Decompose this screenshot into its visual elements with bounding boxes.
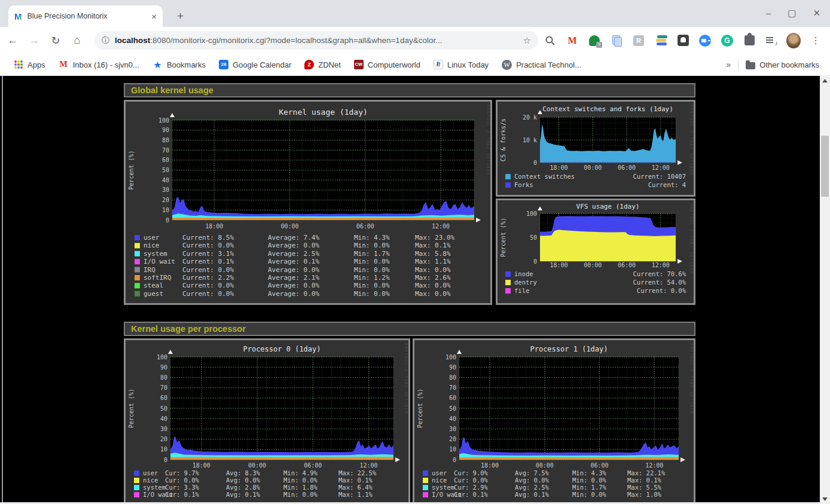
svg-text:50: 50 — [530, 234, 537, 241]
svg-text:Max: 2.6%: Max: 2.6% — [415, 274, 451, 282]
apps-label: Apps — [28, 60, 45, 69]
svg-text:00:00: 00:00 — [536, 462, 554, 469]
svg-text:system: system — [432, 484, 454, 491]
svg-text:system: system — [143, 484, 166, 491]
browser-tab[interactable]: M Blue Precision Monitorix × — [8, 5, 163, 27]
kernel-usage-graph[interactable]: 010203040506070809010018:0000:0006:0012:… — [126, 102, 490, 303]
svg-text:Min: 1.8%: Min: 1.8% — [283, 484, 318, 491]
other-bookmarks-button[interactable]: Other bookmarks — [746, 60, 819, 69]
tab-close-icon[interactable]: × — [151, 11, 157, 22]
bookmark-item[interactable]: 28Google Calendar — [219, 60, 291, 69]
scrollbar-thumb[interactable] — [821, 136, 829, 197]
grammarly-extension-icon[interactable]: G — [720, 33, 734, 48]
zdnet-favicon-icon: Z — [304, 60, 314, 69]
url-text: localhost:8080/monitorix-cgi/monitorix.c… — [115, 36, 442, 45]
r-extension-icon[interactable]: R — [631, 33, 646, 48]
bookmark-item[interactable]: CWComputerworld — [354, 60, 420, 69]
bookmark-label: Computerworld — [368, 60, 420, 69]
copy-pages-extension-icon[interactable] — [609, 33, 624, 48]
svg-text:80: 80 — [449, 374, 456, 381]
page-content: Global kernel usage 01020304050607080901… — [0, 76, 830, 504]
svg-text:RRDTOOL / TOBI OETIKER: RRDTOOL / TOBI OETIKER — [689, 105, 694, 176]
svg-text:0: 0 — [533, 160, 537, 166]
svg-text:40: 40 — [162, 177, 169, 184]
processor-0-graph-frame: 010203040506070809010018:0000:0006:0012:… — [124, 338, 410, 504]
scrollbar-down-arrow[interactable] — [820, 494, 830, 504]
books-extension-icon[interactable] — [654, 33, 668, 48]
svg-text:12:00: 12:00 — [360, 462, 378, 469]
browser-menu-icon[interactable]: ⋮ — [811, 35, 820, 46]
address-bar[interactable]: ⓘ localhost:8080/monitorix-cgi/monitorix… — [94, 31, 538, 50]
vertical-scrollbar[interactable] — [820, 76, 830, 504]
svg-text:Max: 0.0%: Max: 0.0% — [415, 266, 451, 274]
svg-text:Current: 54.0%: Current: 54.0% — [633, 279, 686, 286]
svg-text:80: 80 — [162, 137, 169, 143]
apps-shortcut[interactable]: Apps — [13, 60, 45, 70]
new-tab-button[interactable]: + — [177, 10, 184, 23]
playlist-extension-icon[interactable]: ♪ — [764, 33, 779, 48]
kernel-graph-image: 010203040506070809010018:0000:0006:0012:… — [126, 102, 490, 303]
svg-text:40: 40 — [449, 416, 456, 422]
svg-text:Min: 4.3%: Min: 4.3% — [354, 234, 390, 242]
svg-text:Average: 0.1%: Average: 0.1% — [268, 258, 319, 265]
svg-text:Current: 0.0%: Current: 0.0% — [182, 242, 234, 249]
svg-text:70: 70 — [160, 384, 167, 391]
svg-text:Max: 23.0%: Max: 23.0% — [415, 234, 455, 242]
processor-1-graph[interactable]: 010203040506070809010018:0000:0006:0012:… — [414, 340, 694, 503]
reload-button[interactable]: ↻ — [47, 34, 65, 47]
svg-text:Max: 0.1%: Max: 0.1% — [627, 476, 662, 484]
extension-icons: M R G ♪ ⋮ — [543, 31, 820, 50]
svg-text:Current: 0.0%: Current: 0.0% — [182, 266, 234, 274]
svg-text:06:00: 06:00 — [304, 462, 322, 469]
bookmark-star-icon[interactable]: ☆ — [523, 35, 531, 46]
bookmark-item[interactable]: ★Bookmarks — [152, 60, 206, 70]
bookmark-item[interactable]: ZZDNet — [304, 60, 341, 69]
page-info-icon[interactable]: ⓘ — [102, 35, 109, 46]
svg-text:Average: 7.4%: Average: 7.4% — [268, 234, 319, 242]
bookmark-item[interactable]: WPractical Technol... — [502, 60, 581, 70]
gmail-favicon-icon: M — [59, 60, 69, 70]
svg-text:Max: 5.8%: Max: 5.8% — [415, 250, 451, 258]
svg-text:30: 30 — [160, 426, 167, 432]
zoom-extension-icon[interactable] — [698, 33, 712, 48]
svg-text:VFS usage (1day): VFS usage (1day) — [576, 203, 640, 210]
bookmark-item[interactable]: ltLinux Today — [434, 60, 489, 69]
svg-text:user: user — [432, 469, 447, 476]
svg-text:10: 10 — [449, 446, 456, 453]
forward-button[interactable]: → — [25, 34, 43, 47]
chat-help-extension-icon[interactable] — [587, 33, 602, 48]
minimize-button[interactable]: – — [766, 7, 771, 19]
calendar-favicon-icon: 28 — [219, 60, 228, 69]
bookmark-item[interactable]: MInbox (16) - sjvn0... — [59, 60, 139, 70]
svg-text:Max: 0.0%: Max: 0.0% — [415, 290, 451, 298]
bookmarks-overflow-icon[interactable]: » — [727, 60, 731, 69]
profile-avatar[interactable] — [786, 33, 801, 48]
svg-text:10 k: 10 k — [523, 137, 537, 143]
gmail-extension-icon[interactable]: M — [565, 33, 579, 48]
scrollbar-up-arrow[interactable] — [820, 76, 830, 85]
search-extension-icon[interactable] — [543, 33, 557, 48]
back-button[interactable]: ← — [4, 34, 22, 47]
context-switches-graph[interactable]: 010 k20 k18:0000:0006:0012:00Context swi… — [498, 102, 694, 195]
section-header-global-kernel-usage: Global kernel usage — [124, 83, 695, 97]
monitorix-favicon-icon: M — [14, 11, 22, 22]
linuxtoday-favicon-icon: lt — [434, 60, 443, 69]
svg-text:Average: 2.1%: Average: 2.1% — [268, 274, 319, 282]
svg-text:Max: 6.4%: Max: 6.4% — [338, 484, 373, 491]
svg-text:90: 90 — [449, 364, 456, 371]
extensions-puzzle-icon[interactable] — [742, 33, 756, 48]
close-button[interactable]: ✕ — [813, 7, 820, 19]
processor-0-graph[interactable]: 010203040506070809010018:0000:0006:0012:… — [126, 340, 408, 503]
svg-text:Min: 1.7%: Min: 1.7% — [354, 250, 390, 258]
svg-text:RRDTOOL / TOBI OETIKER: RRDTOOL / TOBI OETIKER — [404, 343, 408, 414]
person-extension-icon[interactable] — [676, 33, 690, 48]
maximize-button[interactable]: ▢ — [788, 7, 796, 19]
svg-text:00:00: 00:00 — [248, 462, 266, 469]
svg-text:0: 0 — [164, 457, 167, 463]
svg-text:18:00: 18:00 — [550, 262, 567, 268]
vfs-usage-graph[interactable]: 05010018:0000:0006:0012:00VFS usage (1da… — [498, 200, 694, 303]
svg-text:Max: 1.0%: Max: 1.0% — [627, 491, 662, 498]
home-button[interactable]: ⌂ — [68, 34, 86, 47]
svg-text:Max: 22.5%: Max: 22.5% — [338, 469, 377, 476]
svg-text:40: 40 — [160, 416, 167, 422]
